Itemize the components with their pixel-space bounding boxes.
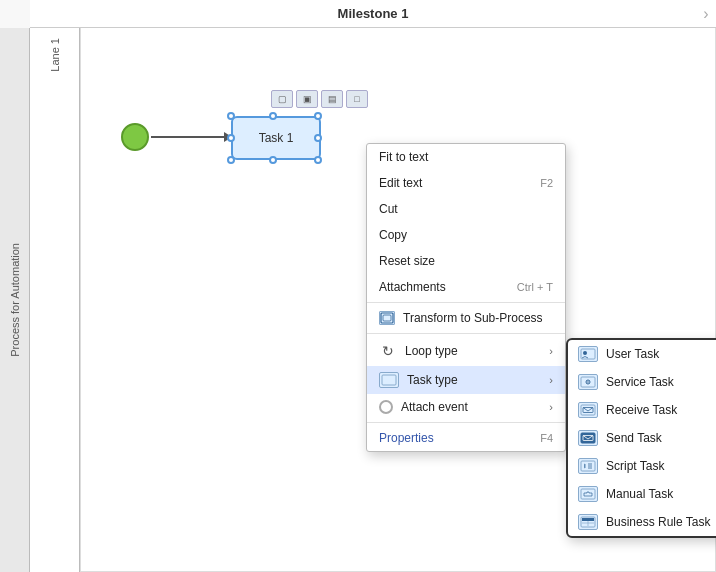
menu-item-loop-left: ↻ Loop type	[379, 342, 458, 360]
submenu-task-type: User Task Service Task	[566, 338, 716, 538]
submenu-item-user-task[interactable]: User Task	[568, 340, 716, 368]
business-rule-task-icon	[578, 514, 598, 530]
submenu-label-manual-task: Manual Task	[606, 487, 673, 501]
submenu-item-business-rule-task[interactable]: Business Rule Task	[568, 508, 716, 536]
submenu-label-user-task: User Task	[606, 347, 659, 361]
menu-item-loop-type[interactable]: ↻ Loop type ›	[367, 336, 565, 366]
script-task-icon	[578, 458, 598, 474]
handle-br	[314, 156, 322, 164]
menu-label-attachments: Attachments	[379, 280, 446, 294]
toolbar-icon-2[interactable]: ▣	[296, 90, 318, 108]
svg-point-4	[583, 351, 587, 355]
menu-item-tasktype-left: Task type	[379, 372, 458, 388]
task-type-arrow: ›	[549, 374, 553, 386]
menu-item-copy[interactable]: Copy	[367, 222, 565, 248]
menu-item-attach-left: Attach event	[379, 400, 468, 414]
submenu-item-send-task[interactable]: Send Task	[568, 424, 716, 452]
service-task-icon	[578, 374, 598, 390]
loop-icon: ↻	[379, 342, 397, 360]
milestone-label: Milestone 1	[338, 6, 409, 21]
handle-mr	[314, 134, 322, 142]
handle-ml	[227, 134, 235, 142]
lane-label: Lane 1	[49, 38, 61, 72]
menu-item-transform[interactable]: Transform to Sub-Process	[367, 305, 565, 331]
menu-label-transform: Transform to Sub-Process	[403, 311, 543, 325]
submenu-label-send-task: Send Task	[606, 431, 662, 445]
diagram-area: ▢ ▣ ▤ □ Task 1 Fit to text Edit text	[80, 28, 716, 572]
start-event	[121, 123, 149, 151]
task-label: Task 1	[259, 131, 294, 145]
task-type-icon	[379, 372, 399, 388]
milestone-arrow: ›	[696, 0, 716, 28]
menu-shortcut-attachments: Ctrl + T	[517, 281, 553, 293]
attach-event-arrow: ›	[549, 401, 553, 413]
menu-divider-1	[367, 302, 565, 303]
handle-bl	[227, 156, 235, 164]
menu-divider-2	[367, 333, 565, 334]
handle-tr	[314, 112, 322, 120]
menu-divider-3	[367, 422, 565, 423]
menu-item-properties[interactable]: Properties F4	[367, 425, 565, 451]
process-label-text: Process for Automation	[9, 243, 21, 357]
handle-bc	[269, 156, 277, 164]
svg-rect-18	[582, 518, 594, 521]
toolbar-icon-1[interactable]: ▢	[271, 90, 293, 108]
svg-rect-2	[382, 375, 396, 385]
attach-icon	[379, 400, 393, 414]
menu-label-edit-text: Edit text	[379, 176, 422, 190]
menu-item-fit-to-text[interactable]: Fit to text	[367, 144, 565, 170]
menu-label-loop-type: Loop type	[405, 344, 458, 358]
transform-icon	[379, 311, 395, 325]
submenu-label-script-task: Script Task	[606, 459, 664, 473]
submenu-label-service-task: Service Task	[606, 375, 674, 389]
menu-item-cut[interactable]: Cut	[367, 196, 565, 222]
submenu-item-script-task[interactable]: Script Task	[568, 452, 716, 480]
task-box[interactable]: Task 1	[231, 116, 321, 160]
svg-point-7	[587, 381, 589, 383]
menu-shortcut-edit-text: F2	[540, 177, 553, 189]
menu-label-attach-event: Attach event	[401, 400, 468, 414]
menu-label-properties: Properties	[379, 431, 434, 445]
toolbar-icon-3[interactable]: ▤	[321, 90, 343, 108]
handle-tl	[227, 112, 235, 120]
menu-label-reset-size: Reset size	[379, 254, 435, 268]
menu-label-cut: Cut	[379, 202, 398, 216]
manual-task-icon	[578, 486, 598, 502]
task-toolbar: ▢ ▣ ▤ □	[271, 90, 368, 108]
menu-item-transform-left: Transform to Sub-Process	[379, 311, 543, 325]
menu-label-copy: Copy	[379, 228, 407, 242]
toolbar-icon-4[interactable]: □	[346, 90, 368, 108]
lane: Lane 1	[30, 28, 80, 572]
loop-type-arrow: ›	[549, 345, 553, 357]
svg-rect-1	[383, 315, 391, 321]
menu-label-fit-to-text: Fit to text	[379, 150, 428, 164]
process-label: Process for Automation	[0, 28, 30, 572]
flow-arrow	[151, 136, 231, 138]
menu-item-attach-event[interactable]: Attach event ›	[367, 394, 565, 420]
submenu-label-business-rule-task: Business Rule Task	[606, 515, 711, 529]
menu-label-task-type: Task type	[407, 373, 458, 387]
send-task-icon	[578, 430, 598, 446]
menu-item-task-type[interactable]: Task type ›	[367, 366, 565, 394]
submenu-label-receive-task: Receive Task	[606, 403, 677, 417]
context-menu: Fit to text Edit text F2 Cut Copy Reset …	[366, 143, 566, 452]
menu-item-reset-size[interactable]: Reset size	[367, 248, 565, 274]
svg-rect-16	[581, 489, 595, 499]
submenu-item-receive-task[interactable]: Receive Task	[568, 396, 716, 424]
canvas: Milestone 1 › Process for Automation Lan…	[0, 0, 716, 572]
milestone-bar: Milestone 1	[30, 0, 716, 28]
submenu-item-service-task[interactable]: Service Task	[568, 368, 716, 396]
menu-shortcut-properties: F4	[540, 432, 553, 444]
receive-task-icon	[578, 402, 598, 418]
user-task-icon	[578, 346, 598, 362]
handle-tc	[269, 112, 277, 120]
menu-item-edit-text[interactable]: Edit text F2	[367, 170, 565, 196]
submenu-item-manual-task[interactable]: Manual Task	[568, 480, 716, 508]
menu-item-attachments[interactable]: Attachments Ctrl + T	[367, 274, 565, 300]
